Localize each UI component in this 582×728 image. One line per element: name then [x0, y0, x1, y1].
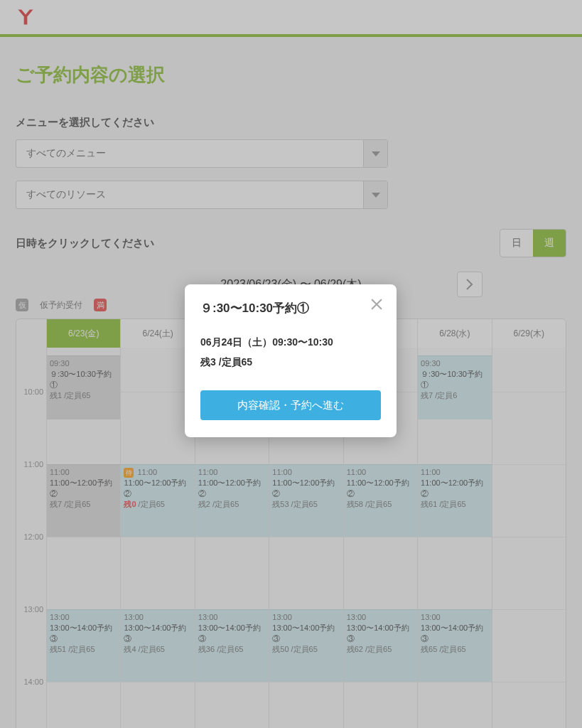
- close-button[interactable]: [368, 296, 385, 313]
- modal-title: ９:30〜10:30予約①: [200, 300, 381, 316]
- reservation-modal: ９:30〜10:30予約① 06月24日（土）09:30〜10:30 残3 /定…: [185, 284, 397, 437]
- proceed-button[interactable]: 内容確認・予約へ進む: [200, 390, 381, 420]
- close-icon: [370, 298, 383, 311]
- modal-cap-line: 残3 /定員65: [200, 356, 381, 369]
- modal-date-line: 06月24日（土）09:30〜10:30: [200, 336, 381, 349]
